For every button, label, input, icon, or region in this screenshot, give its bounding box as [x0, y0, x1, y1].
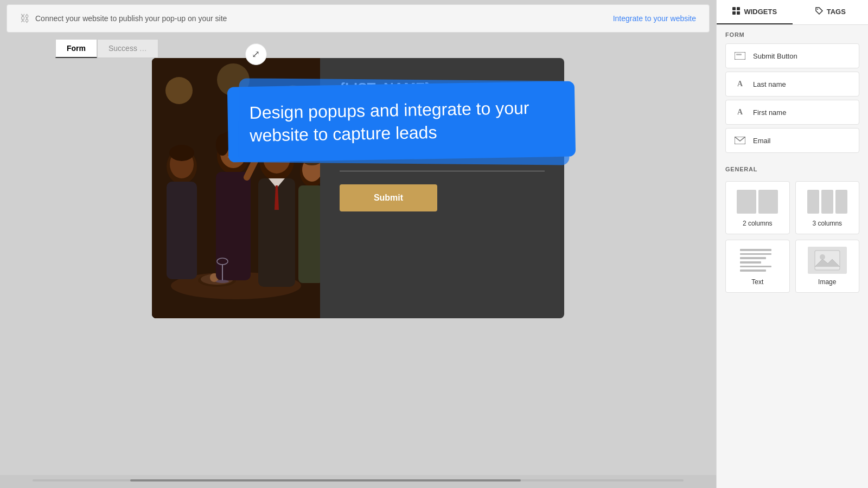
submit-button[interactable]: Submit [340, 184, 437, 211]
text-line-4 [740, 261, 761, 264]
svg-rect-43 [815, 251, 840, 270]
main-layout: ⛓ Connect your website to publish your p… [0, 0, 868, 488]
tab-form[interactable]: Form [55, 39, 97, 58]
3col-label: 3 columns [812, 220, 842, 227]
text-label: Text [751, 278, 763, 286]
general-section: GENERAL [717, 159, 868, 181]
canvas-content: Form Success … ⤢ [0, 33, 716, 488]
first-name-icon: A [732, 105, 748, 120]
tab-success[interactable]: Success … [97, 39, 158, 58]
blue-annotation-text: Design popups and integrate to your webs… [249, 97, 553, 147]
connect-message: Connect your website to publish your pop… [35, 14, 227, 23]
3col-block-1 [807, 190, 819, 214]
tab-tags[interactable]: TAGS [793, 0, 869, 24]
svg-rect-41 [736, 54, 742, 55]
form-section: FORM Submit Button A Last name A First n… [717, 25, 868, 159]
3col-block-2 [821, 190, 833, 214]
form-section-title: FORM [725, 31, 859, 38]
canvas-area: ⛓ Connect your website to publish your p… [0, 0, 716, 488]
email-icon [732, 133, 748, 148]
submit-area: Submit [340, 180, 545, 211]
text-line-3 [740, 257, 766, 259]
popup-expand-icon: ⤢ [245, 43, 267, 65]
email-widget-label: Email [753, 137, 771, 145]
right-panel: WIDGETS TAGS FORM Submit Button A [716, 0, 868, 488]
svg-rect-36 [737, 7, 740, 10]
2col-label: 2 columns [743, 220, 773, 227]
general-grid: 2 columns 3 columns [717, 181, 868, 299]
text-line-1 [740, 249, 771, 251]
svg-rect-38 [737, 11, 740, 15]
widget-first-name[interactable]: A First name [725, 100, 859, 125]
tags-label: TAGS [827, 8, 846, 16]
col-block-2 [758, 190, 778, 214]
3col-block-3 [835, 190, 847, 214]
svg-rect-35 [732, 7, 736, 10]
general-item-text[interactable]: Text [725, 240, 790, 293]
col-block-1 [737, 190, 756, 214]
text-preview [738, 247, 777, 274]
first-name-label: First name [753, 108, 786, 117]
svg-rect-37 [732, 11, 736, 15]
tags-icon [815, 7, 824, 17]
text-line-2 [740, 253, 771, 255]
svg-point-39 [817, 9, 818, 10]
widget-last-name[interactable]: A Last name [725, 72, 859, 97]
widget-email[interactable]: Email [725, 128, 859, 153]
3col-preview [806, 188, 849, 215]
image-preview [808, 247, 847, 274]
widget-submit-button[interactable]: Submit Button [725, 43, 859, 68]
text-line-6 [740, 269, 766, 272]
link-icon: ⛓ [20, 13, 30, 24]
last-name-icon: A [732, 76, 748, 92]
connect-banner: ⛓ Connect your website to publish your p… [7, 4, 710, 33]
last-name-label: Last name [753, 80, 786, 88]
general-item-2col[interactable]: 2 columns [725, 181, 790, 234]
expand-button[interactable]: ⤢ [245, 43, 267, 65]
image-label: Image [818, 278, 836, 286]
2col-preview [736, 188, 779, 215]
general-item-3col[interactable]: 3 columns [795, 181, 860, 234]
submit-button-label: Submit Button [753, 52, 797, 60]
widgets-label: WIDGETS [744, 8, 777, 16]
general-item-image[interactable]: Image [795, 240, 860, 293]
scrollbar-track [33, 479, 684, 481]
widgets-icon [732, 7, 741, 17]
panel-tabs: WIDGETS TAGS [717, 0, 868, 25]
svg-rect-40 [735, 52, 745, 60]
canvas-scrollbar [0, 475, 716, 488]
scrollbar-thumb[interactable] [130, 479, 521, 481]
submit-button-icon [732, 48, 748, 63]
blue-annotation: Design popups and integrate to your webs… [227, 81, 576, 162]
tab-widgets[interactable]: WIDGETS [717, 0, 793, 24]
integrate-link[interactable]: Integrate to your website [613, 14, 696, 23]
general-section-title: GENERAL [725, 166, 859, 172]
image-svg-preview [814, 249, 841, 271]
connect-banner-left: ⛓ Connect your website to publish your p… [20, 13, 227, 24]
text-line-5 [740, 266, 771, 268]
popup-tabs: Form Success … ⤢ [55, 39, 158, 58]
